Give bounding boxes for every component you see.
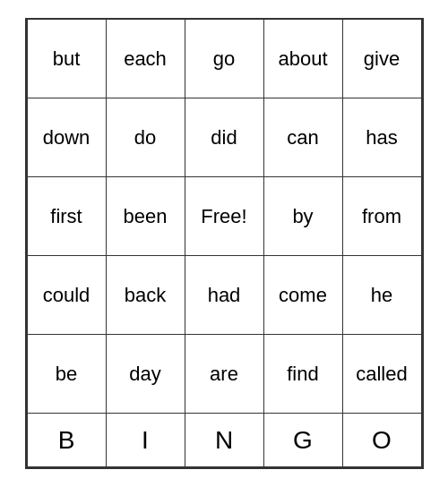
cell-r0-c2: go — [185, 20, 263, 98]
cell-r2-c1: been — [106, 177, 185, 256]
cell-r1-c0: down — [27, 98, 106, 177]
header-cell-o: O — [342, 414, 421, 467]
cell-r3-c4: he — [342, 256, 421, 335]
cell-r2-c4: from — [342, 177, 421, 256]
cell-r2-c0: first — [27, 177, 106, 256]
cell-r4-c3: find — [263, 335, 342, 414]
table-row: downdodidcanhas — [27, 98, 421, 177]
cell-r4-c2: are — [185, 335, 263, 414]
table-row: firstbeenFree!byfrom — [27, 177, 421, 256]
cell-r0-c0: but — [27, 20, 106, 98]
bingo-card: buteachgoaboutgivedowndodidcanhasfirstbe… — [25, 18, 424, 470]
cell-r3-c2: had — [185, 256, 263, 335]
header-cell-b: B — [27, 414, 106, 467]
table-row: bedayarefindcalled — [27, 335, 421, 414]
cell-r4-c0: be — [27, 335, 106, 414]
cell-r0-c4: give — [342, 20, 421, 98]
cell-r1-c2: did — [185, 98, 263, 177]
cell-r3-c1: back — [106, 256, 185, 335]
cell-r1-c1: do — [106, 98, 185, 177]
header-row: BINGO — [27, 414, 421, 467]
cell-r1-c4: has — [342, 98, 421, 177]
table-row: couldbackhadcomehe — [27, 256, 421, 335]
cell-r1-c3: can — [263, 98, 342, 177]
cell-r2-c3: by — [263, 177, 342, 256]
cell-r3-c0: could — [27, 256, 106, 335]
header-cell-n: N — [185, 414, 263, 467]
table-row: buteachgoaboutgive — [27, 20, 421, 98]
cell-r4-c1: day — [106, 335, 185, 414]
cell-r2-c2: Free! — [185, 177, 263, 256]
cell-r0-c1: each — [106, 20, 185, 98]
bingo-table: buteachgoaboutgivedowndodidcanhasfirstbe… — [27, 20, 422, 468]
header-cell-g: G — [263, 414, 342, 467]
cell-r4-c4: called — [342, 335, 421, 414]
header-cell-i: I — [106, 414, 185, 467]
cell-r0-c3: about — [263, 20, 342, 98]
cell-r3-c3: come — [263, 256, 342, 335]
